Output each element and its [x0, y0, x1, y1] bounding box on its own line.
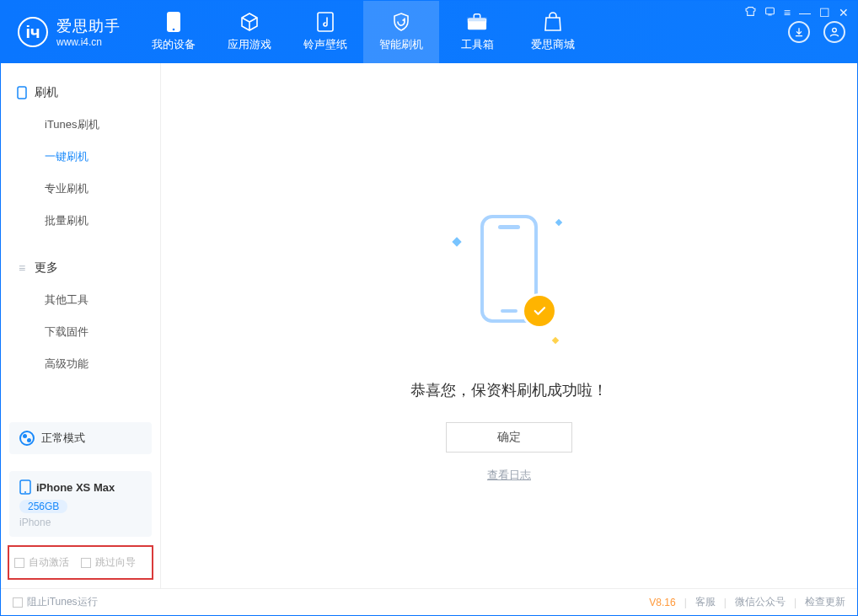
support-link[interactable]: 客服 — [695, 595, 716, 609]
check-update-link[interactable]: 检查更新 — [805, 595, 845, 609]
device-type: iPhone — [19, 517, 142, 528]
tab-store[interactable]: 爱思商城 — [515, 1, 591, 63]
sparkle-icon — [452, 237, 461, 246]
checkbox-label: 跳过向导 — [95, 555, 136, 570]
svg-point-9 — [24, 491, 26, 493]
main-content: 恭喜您，保资料刷机成功啦！ 确定 查看日志 — [161, 63, 857, 588]
phone-icon — [164, 12, 184, 32]
titlebar: ≡ — ☐ ✕ iч 爱思助手 www.i4.cn 我的设备 应用游戏 铃声壁纸 — [1, 1, 857, 63]
svg-point-2 — [173, 29, 175, 31]
sidebar-item-download-firmware[interactable]: 下载固件 — [1, 316, 160, 348]
nav-group-title: 刷机 — [35, 85, 58, 100]
checkbox-label: 自动激活 — [29, 555, 69, 570]
tab-ringtones-wallpapers[interactable]: 铃声壁纸 — [287, 1, 363, 63]
sidebar-item-one-click-flash[interactable]: 一键刷机 — [1, 141, 160, 173]
tab-label: 应用游戏 — [228, 37, 271, 52]
device-small-icon — [16, 87, 28, 99]
device-info-box[interactable]: iPhone XS Max 256GB iPhone — [9, 471, 152, 537]
close-button[interactable]: ✕ — [839, 6, 849, 19]
device-name: iPhone XS Max — [36, 481, 115, 494]
svg-rect-7 — [18, 87, 26, 99]
highlighted-options: 自动激活 跳过向导 — [8, 545, 153, 580]
device-capacity: 256GB — [19, 500, 67, 513]
music-file-icon — [315, 12, 335, 32]
feedback-icon[interactable] — [764, 6, 775, 19]
maximize-button[interactable]: ☐ — [819, 6, 830, 19]
window-controls: ≡ — ☐ ✕ — [745, 6, 849, 19]
minimize-button[interactable]: — — [799, 6, 811, 19]
nav-group-flash: 刷机 — [1, 77, 160, 109]
user-icon[interactable] — [823, 21, 845, 43]
checkbox-block-itunes[interactable]: 阻止iTunes运行 — [13, 595, 98, 609]
tab-label: 工具箱 — [461, 37, 494, 52]
statusbar: 阻止iTunes运行 V8.16 | 客服 | 微信公众号 | 检查更新 — [1, 588, 857, 615]
logo-icon: iч — [18, 17, 48, 47]
svg-point-6 — [833, 28, 837, 32]
list-icon: ≡ — [16, 262, 28, 274]
app-name: 爱思助手 — [56, 16, 121, 36]
sidebar-item-pro-flash[interactable]: 专业刷机 — [1, 173, 160, 205]
sidebar-item-advanced[interactable]: 高级功能 — [1, 348, 160, 380]
main-tabs: 我的设备 应用游戏 铃声壁纸 智能刷机 工具箱 爱思商城 — [136, 1, 591, 63]
download-icon[interactable] — [788, 21, 810, 43]
tab-label: 我的设备 — [152, 37, 196, 52]
tab-label: 铃声壁纸 — [303, 37, 347, 52]
cube-icon — [239, 12, 260, 32]
sidebar-item-itunes-flash[interactable]: iTunes刷机 — [1, 109, 160, 141]
svg-rect-5 — [468, 18, 486, 22]
sidebar: 刷机 iTunes刷机 一键刷机 专业刷机 批量刷机 ≡ 更多 其他工具 下载固… — [1, 63, 161, 588]
skin-icon[interactable] — [745, 6, 756, 19]
toolbox-icon — [467, 12, 487, 32]
svg-rect-0 — [765, 8, 774, 14]
success-message: 恭喜您，保资料刷机成功啦！ — [410, 380, 608, 400]
sidebar-item-batch-flash[interactable]: 批量刷机 — [1, 205, 160, 237]
version-label: V8.16 — [649, 597, 675, 608]
device-mode-label: 正常模式 — [41, 431, 85, 446]
checkbox-auto-activate[interactable]: 自动激活 — [14, 555, 69, 570]
shield-refresh-icon — [391, 12, 411, 32]
tab-label: 爱思商城 — [531, 37, 575, 52]
view-log-link[interactable]: 查看日志 — [487, 468, 531, 483]
tab-smart-flash[interactable]: 智能刷机 — [363, 1, 439, 63]
app-url: www.i4.cn — [56, 36, 121, 48]
nav-group-title: 更多 — [35, 260, 58, 276]
tab-my-device[interactable]: 我的设备 — [136, 1, 212, 63]
device-mode-box[interactable]: 正常模式 — [9, 422, 152, 454]
menu-icon[interactable]: ≡ — [784, 6, 791, 19]
checkbox-icon — [14, 558, 24, 568]
logo: iч 爱思助手 www.i4.cn — [1, 16, 136, 48]
tab-toolbox[interactable]: 工具箱 — [439, 1, 515, 63]
mode-icon — [19, 431, 35, 446]
checkmark-badge-icon — [524, 296, 555, 326]
ok-button[interactable]: 确定 — [446, 422, 572, 453]
tab-label: 智能刷机 — [379, 37, 423, 52]
sparkle-icon — [552, 337, 559, 344]
tab-apps-games[interactable]: 应用游戏 — [212, 1, 287, 63]
phone-small-icon — [19, 479, 31, 495]
checkbox-skip-guide[interactable]: 跳过向导 — [81, 555, 136, 570]
nav-group-more: ≡ 更多 — [1, 252, 160, 284]
checkbox-label: 阻止iTunes运行 — [27, 595, 98, 609]
checkbox-icon — [13, 597, 23, 608]
checkbox-icon — [81, 558, 91, 568]
svg-rect-3 — [318, 13, 333, 31]
success-illustration — [458, 215, 560, 341]
sidebar-item-other-tools[interactable]: 其他工具 — [1, 284, 160, 316]
bag-icon — [543, 12, 563, 32]
sparkle-icon — [555, 219, 562, 226]
wechat-link[interactable]: 微信公众号 — [735, 595, 786, 609]
